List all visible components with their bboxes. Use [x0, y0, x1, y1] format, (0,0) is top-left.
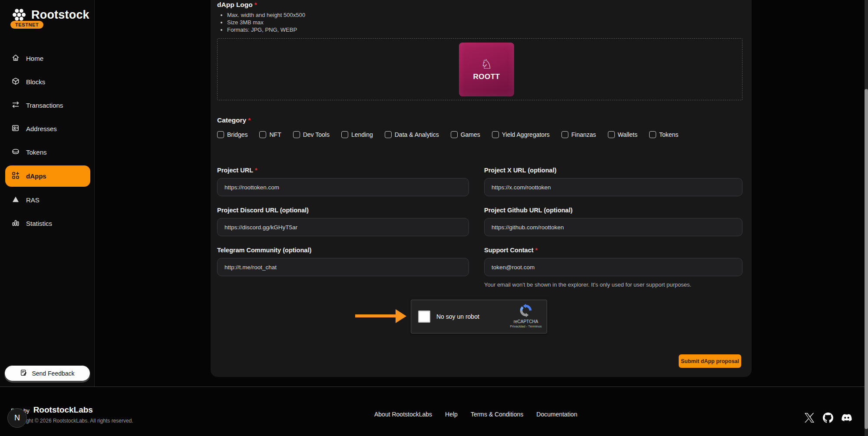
recaptcha-logo: reCAPTCHA Privacidad - Términos — [509, 304, 542, 328]
checkbox-wallets[interactable]: Wallets — [608, 131, 637, 138]
sidebar-item-ras[interactable]: RAS — [5, 190, 90, 209]
knight-icon: ♘ — [481, 58, 492, 71]
footer-link-about[interactable]: About RootstockLabs — [374, 411, 432, 418]
home-icon — [11, 53, 20, 63]
required-asterisk: * — [255, 167, 257, 174]
pointer-arrow-head — [396, 309, 406, 323]
sidebar-item-blocks[interactable]: Blocks — [5, 72, 90, 91]
sidebar-item-transactions[interactable]: Transactions — [5, 96, 90, 115]
github-icon[interactable] — [823, 413, 833, 423]
telegram-community-input[interactable] — [217, 258, 469, 276]
send-feedback-button[interactable]: Send Feedback — [4, 365, 90, 381]
addresses-icon — [11, 124, 20, 134]
checkbox-tokens[interactable]: Tokens — [649, 131, 678, 138]
field-project-discord-url: Project Discord URL (optional) — [217, 207, 469, 236]
checkbox-box[interactable] — [259, 131, 266, 138]
recaptcha-label: No soy un robot — [436, 313, 479, 320]
dapps-icon — [11, 171, 20, 181]
checkbox-lending[interactable]: Lending — [341, 131, 373, 138]
logo-preview[interactable]: ♘ ROOTT — [459, 43, 514, 96]
checkbox-box[interactable] — [492, 131, 499, 138]
checkbox-box[interactable] — [385, 131, 392, 138]
support-contact-input[interactable] — [484, 258, 743, 276]
sidebar-item-statistics[interactable]: Statistics — [5, 214, 90, 233]
required-asterisk: * — [248, 116, 251, 124]
checkbox-box[interactable] — [293, 131, 300, 138]
required-asterisk: * — [254, 1, 257, 8]
checkbox-finanzas[interactable]: Finanzas — [561, 131, 596, 138]
ras-icon — [11, 195, 20, 205]
field-project-github-url: Project Github URL (optional) — [484, 207, 743, 236]
recaptcha-privacy-terms[interactable]: Privacidad - Términos — [509, 324, 542, 328]
project-url-input[interactable] — [217, 178, 469, 196]
required-asterisk: * — [535, 247, 538, 254]
sidebar: Rootstock TESTNET Home Blocks Transactio… — [0, 0, 95, 386]
sidebar-item-home[interactable]: Home — [5, 49, 90, 68]
brand-name: Rootstock — [31, 8, 89, 22]
scrollbar-thumb[interactable] — [865, 89, 868, 429]
category-label: Category* — [217, 116, 251, 124]
checkbox-nft[interactable]: NFT — [259, 131, 281, 138]
testnet-badge: TESTNET — [10, 21, 43, 29]
checkbox-yield-aggregators[interactable]: Yield Aggregators — [492, 131, 550, 138]
field-telegram-community: Telegram Community (optional) — [217, 247, 469, 276]
project-discord-url-input[interactable] — [217, 218, 469, 236]
dapp-logo-label: dApp Logo* — [217, 1, 257, 9]
field-support-contact: Support Contact* Your email won't be sho… — [484, 247, 743, 288]
checkbox-box[interactable] — [649, 131, 656, 138]
footer-brand[interactable]: RootstockLabs — [33, 405, 93, 415]
logo-requirements-list: Max. width and height 500x500 Size 3MB m… — [220, 11, 305, 33]
tokens-icon — [11, 147, 20, 157]
transactions-icon — [11, 100, 20, 110]
checkbox-box[interactable] — [341, 131, 348, 138]
n-widget-badge[interactable]: N — [7, 408, 27, 428]
footer-divider — [0, 386, 868, 387]
dapp-proposal-form-panel: dApp Logo* Max. width and height 500x500… — [211, 0, 752, 377]
category-options: Bridges NFT Dev Tools Lending Data & Ana… — [217, 131, 678, 138]
footer-link-help[interactable]: Help — [445, 411, 458, 418]
footer-link-documentation[interactable]: Documentation — [536, 411, 577, 418]
statistics-icon — [11, 218, 20, 228]
field-project-x-url: Project X URL (optional) — [484, 167, 743, 196]
logo-upload-dropzone[interactable]: ♘ ROOTT — [217, 38, 743, 100]
blocks-icon — [11, 77, 20, 87]
submit-dapp-proposal-button[interactable]: Submit dApp proposal — [679, 354, 741, 368]
footer-link-terms[interactable]: Terms & Conditions — [471, 411, 523, 418]
project-x-url-input[interactable] — [484, 178, 743, 196]
copyright: Copyright © 2026 RootstockLabs. All righ… — [11, 418, 133, 424]
recaptcha-checkbox[interactable] — [418, 310, 430, 323]
sidebar-item-addresses[interactable]: Addresses — [5, 119, 90, 138]
x-icon[interactable] — [804, 413, 815, 423]
checkbox-bridges[interactable]: Bridges — [217, 131, 248, 138]
social-links — [804, 413, 852, 423]
checkbox-games[interactable]: Games — [451, 131, 480, 138]
sidebar-item-dapps[interactable]: dApps — [5, 165, 90, 187]
checkbox-data-analytics[interactable]: Data & Analytics — [385, 131, 439, 138]
recaptcha-icon — [519, 311, 533, 319]
sidebar-item-tokens[interactable]: Tokens — [5, 142, 90, 162]
project-github-url-input[interactable] — [484, 218, 743, 236]
checkbox-box[interactable] — [561, 131, 568, 138]
checkbox-box[interactable] — [217, 131, 224, 138]
footer-links: About RootstockLabs Help Terms & Conditi… — [374, 411, 577, 418]
support-contact-helper: Your email won't be shown in the explore… — [484, 281, 743, 288]
feedback-pencil-icon — [20, 369, 28, 378]
recaptcha-widget: No soy un robot reCAPTCHA Privacidad - T… — [411, 300, 547, 334]
field-project-url: Project URL* — [217, 167, 469, 196]
checkbox-box[interactable] — [451, 131, 458, 138]
checkbox-dev-tools[interactable]: Dev Tools — [293, 131, 330, 138]
discord-icon[interactable] — [842, 413, 852, 423]
checkbox-box[interactable] — [608, 131, 615, 138]
pointer-arrow — [355, 314, 396, 317]
